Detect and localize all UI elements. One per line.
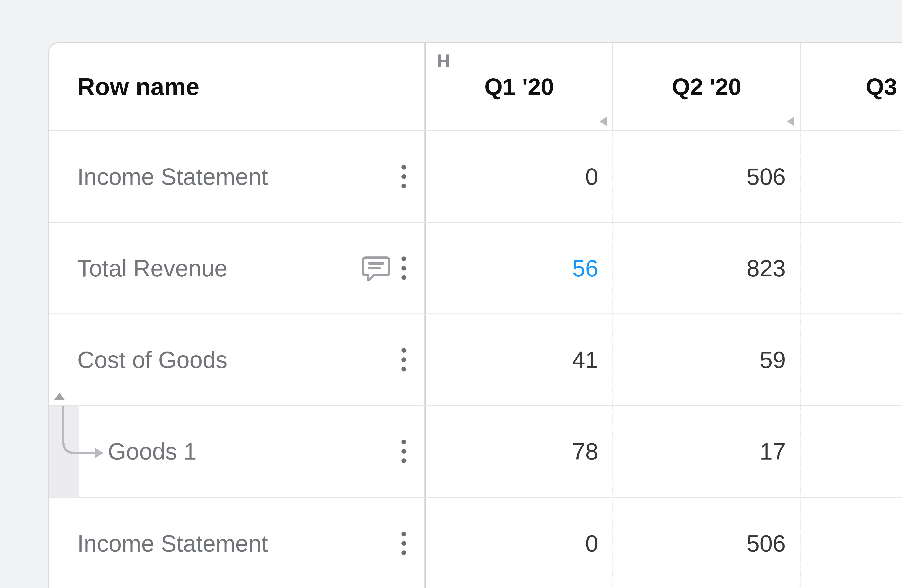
- cell-value: 56: [572, 255, 598, 282]
- data-cell[interactable]: 506: [613, 497, 801, 588]
- sort-indicator-icon[interactable]: [600, 117, 607, 126]
- header-col-label: Q2 '20: [672, 73, 741, 100]
- data-cell[interactable]: 41: [426, 314, 613, 405]
- data-cell[interactable]: [801, 406, 902, 497]
- cell-value: 59: [759, 346, 786, 373]
- data-cell[interactable]: 78: [426, 406, 613, 497]
- table-row[interactable]: Income Statement 0 506 2: [49, 131, 902, 223]
- row-actions: [401, 165, 413, 188]
- row-label: Cost of Goods: [77, 346, 401, 373]
- cell-value: 823: [747, 255, 786, 282]
- kebab-icon[interactable]: [401, 532, 406, 555]
- table-row[interactable]: Cost of Goods 41 59: [49, 314, 902, 406]
- financial-table: Row name H Q1 '20 Q2 '20 Q3 '2 Income St…: [48, 42, 902, 588]
- data-cell[interactable]: 9 289: [801, 497, 902, 588]
- row-label: Goods 1: [108, 438, 401, 465]
- cell-value: 78: [572, 438, 598, 465]
- data-cell[interactable]: 0: [426, 131, 613, 222]
- row-actions: [362, 255, 413, 281]
- row-label: Total Revenue: [77, 255, 362, 282]
- sort-indicator-icon[interactable]: [787, 117, 794, 126]
- data-cell[interactable]: 506: [613, 131, 801, 222]
- cell-value: 0: [585, 163, 598, 190]
- row-actions: [401, 439, 413, 463]
- header-col-q2[interactable]: Q2 '20: [613, 43, 801, 130]
- cell-value: 506: [747, 530, 786, 557]
- header-col-q1[interactable]: H Q1 '20: [426, 43, 613, 130]
- header-col-label: Q3 '2: [866, 73, 902, 100]
- header-name-cell[interactable]: Row name: [49, 43, 426, 130]
- data-cell[interactable]: 0: [426, 497, 613, 588]
- row-name-cell[interactable]: Cost of Goods: [49, 314, 426, 405]
- data-cell[interactable]: 56: [426, 223, 613, 313]
- data-cell[interactable]: [801, 314, 902, 405]
- table-header-row: Row name H Q1 '20 Q2 '20 Q3 '2: [49, 43, 902, 131]
- kebab-icon[interactable]: [401, 348, 406, 372]
- data-cell[interactable]: 17: [613, 406, 801, 497]
- kebab-icon[interactable]: [401, 165, 406, 188]
- table-row[interactable]: Total Revenue 56 823: [49, 223, 902, 314]
- row-label: Income Statement: [77, 530, 401, 557]
- data-cell[interactable]: 823: [613, 223, 801, 313]
- data-cell[interactable]: 59: [613, 314, 801, 405]
- data-cell[interactable]: [801, 223, 902, 313]
- comment-icon[interactable]: [362, 255, 390, 281]
- cell-value: 506: [747, 163, 786, 190]
- row-name-cell[interactable]: Income Statement: [49, 131, 426, 222]
- cell-value: 41: [572, 346, 598, 373]
- child-indent-gutter: [49, 406, 79, 497]
- cell-value: 17: [759, 438, 786, 465]
- kebab-icon[interactable]: [401, 256, 406, 280]
- kebab-icon[interactable]: [401, 439, 406, 463]
- header-name-label: Row name: [77, 73, 199, 101]
- table-row[interactable]: Goods 1 78 17: [49, 406, 902, 497]
- table-row[interactable]: Income Statement 0 506 9 289: [49, 497, 902, 588]
- row-name-cell[interactable]: Income Statement: [49, 497, 426, 588]
- row-name-cell[interactable]: Total Revenue: [49, 223, 426, 313]
- row-actions: [401, 532, 413, 555]
- header-col-label: Q1 '20: [484, 73, 554, 100]
- row-name-cell[interactable]: Goods 1: [49, 406, 426, 497]
- cell-value: 0: [585, 530, 598, 557]
- row-label: Income Statement: [77, 163, 401, 190]
- expand-toggle-icon[interactable]: [54, 393, 65, 400]
- column-letter: H: [437, 50, 450, 72]
- header-col-q3[interactable]: Q3 '2: [801, 43, 902, 130]
- data-cell[interactable]: 2: [801, 131, 902, 222]
- row-actions: [401, 348, 413, 372]
